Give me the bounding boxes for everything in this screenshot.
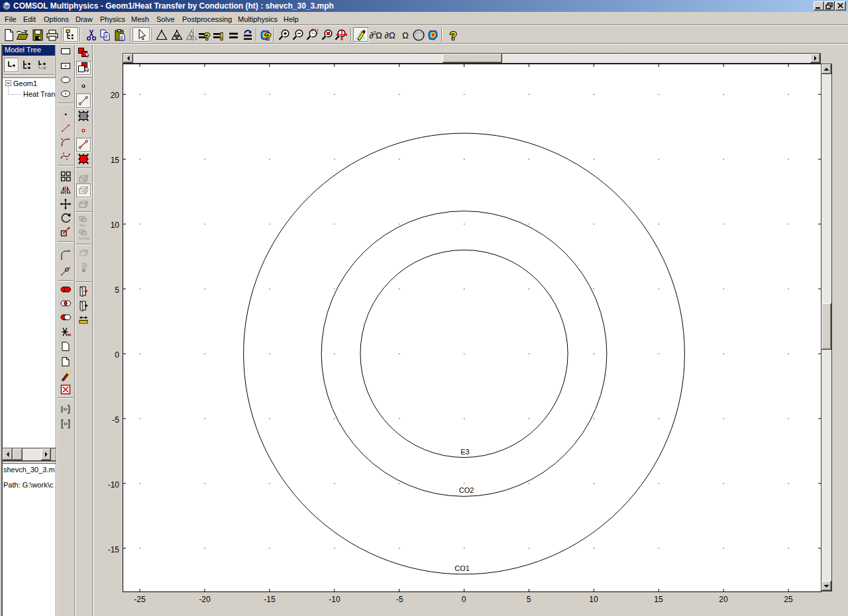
svg-text:Ω: Ω (376, 30, 382, 40)
svg-text:!: ! (220, 30, 223, 42)
svg-text:ALL: ALL (80, 223, 87, 227)
svg-text:?: ? (450, 30, 456, 42)
svg-text:NONE: NONE (78, 236, 89, 240)
svg-text:CO1: CO1 (454, 564, 470, 572)
svg-text:CO2: CO2 (459, 486, 474, 494)
svg-text:?: ? (265, 30, 271, 42)
svg-text:Ω: Ω (402, 30, 409, 40)
svg-text:?: ? (204, 30, 210, 42)
svg-text:E3: E3 (460, 448, 469, 456)
svg-text:∂Ω: ∂Ω (385, 30, 396, 40)
